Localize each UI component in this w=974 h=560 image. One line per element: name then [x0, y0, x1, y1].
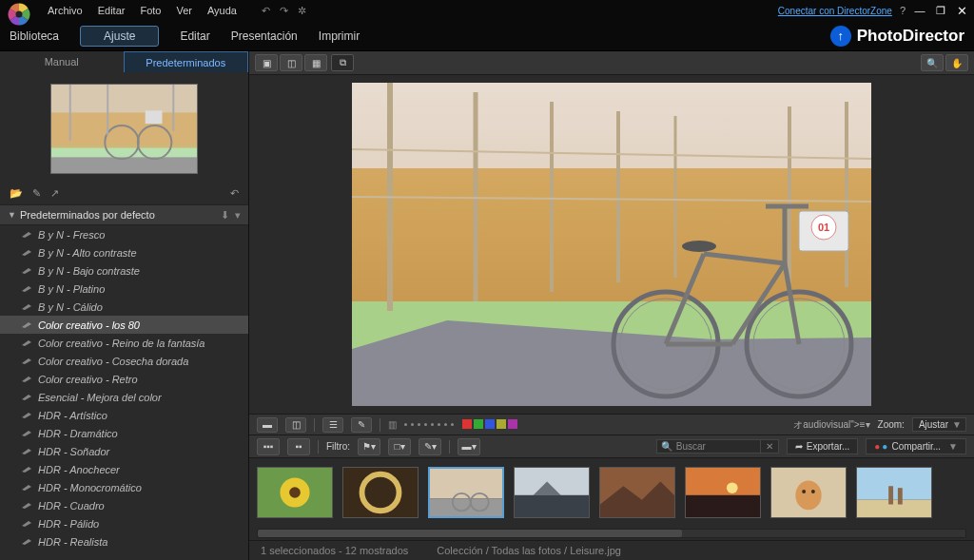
preset-item[interactable]: Color creativo - Retro [0, 370, 248, 388]
help-icon[interactable]: ? [900, 5, 906, 16]
preset-item[interactable]: HDR - Cuadro [0, 496, 248, 514]
filmstrip-thumb[interactable] [514, 467, 590, 518]
svg-rect-62 [857, 499, 931, 516]
filmstrip-thumb[interactable] [856, 467, 932, 518]
preset-item[interactable]: HDR - Soñador [0, 442, 248, 460]
filmstrip-scrollbar[interactable] [249, 527, 974, 540]
module-imprimir[interactable]: Imprimir [319, 29, 360, 43]
search-clear-button[interactable]: ✕ [761, 439, 779, 454]
svg-rect-61 [857, 468, 931, 500]
color-swatch[interactable] [462, 419, 472, 429]
preset-item[interactable]: B y N - Cálido [0, 298, 248, 316]
zoom-select[interactable]: Ajustar ▼ [912, 417, 966, 432]
menu-archivo[interactable]: Archivo [40, 5, 90, 16]
preset-item[interactable]: HDR - Artístico [0, 406, 248, 424]
module-ajuste[interactable]: Ajuste [80, 26, 159, 47]
preset-item[interactable]: Color creativo - Reino de la fantasía [0, 334, 248, 352]
pan-tool-icon[interactable]: ✋ [945, 54, 968, 71]
search-input[interactable]: 🔍 Buscar [656, 439, 761, 454]
share-button[interactable]: ●● Compartir... ▼ [866, 438, 966, 454]
folder-open-icon[interactable]: 📂 [10, 187, 23, 200]
filter-flag-icon[interactable]: ⚑▾ [358, 438, 380, 455]
svg-rect-63 [888, 486, 893, 504]
view-grid-icon[interactable]: ▦ [304, 54, 327, 71]
svg-rect-64 [898, 488, 903, 504]
color-labels[interactable] [461, 419, 518, 431]
preset-item[interactable]: B y N - Platino [0, 280, 248, 298]
filmstrip-thumb[interactable] [599, 467, 675, 518]
export-icon[interactable]: ↗ [50, 187, 59, 200]
zoom-label: Zoom: [878, 419, 905, 430]
minimize-button[interactable]: — [913, 4, 926, 17]
mask-toggle-icon[interactable]: ✎ [351, 417, 372, 433]
histogram-icon[interactable]: ▥ [388, 419, 397, 430]
color-swatch[interactable] [508, 419, 517, 429]
view-compare-icon[interactable]: ◫ [280, 54, 302, 71]
close-button[interactable]: ✕ [955, 4, 968, 17]
connect-directorzone-link[interactable]: Conectar con DirectorZone [778, 6, 892, 16]
filter-stack-icon[interactable]: ▬▾ [458, 438, 480, 455]
sort-icon[interactable]: オaudiovisual">≡▾ [793, 418, 869, 432]
svg-rect-54 [686, 468, 760, 495]
svg-text:01: 01 [818, 222, 829, 233]
selection-status: 1 seleccionados - 12 mostrados [261, 545, 408, 556]
preset-item[interactable]: HDR - Dramático [0, 424, 248, 442]
module-biblioteca[interactable]: Biblioteca [10, 29, 59, 43]
zoom-tool-icon[interactable]: 🔍 [921, 54, 944, 71]
preset-item[interactable]: Color creativo - Cosecha dorada [0, 352, 248, 370]
thumb-size2-icon[interactable]: ▪▪ [287, 438, 310, 455]
preset-item[interactable]: HDR - Pálido [0, 514, 248, 532]
filmstrip-thumb[interactable] [685, 467, 761, 518]
rating-dots[interactable] [404, 423, 454, 426]
menu-foto[interactable]: Foto [132, 5, 168, 16]
menu-ver[interactable]: Ver [168, 5, 200, 16]
sidebar-tab-predeterminados[interactable]: Predeterminados [124, 51, 249, 72]
undo-icon[interactable]: ↶ [262, 5, 270, 17]
layout-single-icon[interactable]: ▬ [257, 417, 278, 433]
preset-group-header[interactable]: ▼ Predeterminados por defecto ⬇ ▾ [0, 204, 248, 225]
export-button[interactable]: ➦ Exportar... [787, 438, 859, 454]
sidebar-tab-manual[interactable]: Manual [0, 51, 124, 72]
filmstrip[interactable] [249, 458, 974, 527]
layout-split-icon[interactable]: ◫ [285, 417, 306, 433]
filmstrip-thumb[interactable] [342, 467, 419, 518]
preset-item[interactable]: HDR - Monocromático [0, 478, 248, 496]
preset-item[interactable]: B y N - Fresco [0, 225, 248, 243]
view-toolbar: ▣ ◫ ▦ ⧉ 🔍 ✋ [249, 51, 974, 75]
brush-icon[interactable]: ✎ [32, 187, 41, 200]
info-toggle-icon[interactable]: ☰ [322, 417, 343, 433]
color-swatch[interactable] [474, 419, 483, 429]
preset-item[interactable]: Esencial - Mejora del color [0, 388, 248, 406]
path-status: Colección / Todas las fotos / Leisure.jp… [437, 545, 621, 556]
preset-item[interactable]: B y N - Alto contraste [0, 243, 248, 261]
preset-item[interactable]: B y N - Bajo contraste [0, 261, 248, 280]
thumb-size-icon[interactable]: ▪▪▪ [257, 438, 280, 455]
module-editar[interactable]: Editar [180, 29, 209, 43]
menu-editar[interactable]: Editar [90, 5, 133, 16]
view-single-icon[interactable]: ▣ [255, 54, 278, 71]
filmstrip-thumb[interactable] [770, 467, 847, 518]
gear-icon[interactable]: ✲ [298, 5, 306, 17]
module-presentacion[interactable]: Presentación [231, 29, 298, 43]
filmstrip-thumb[interactable] [428, 467, 504, 518]
download-preset-icon[interactable]: ⬇ [221, 209, 229, 222]
color-swatch[interactable] [497, 419, 506, 429]
color-swatch[interactable] [485, 419, 495, 429]
maximize-button[interactable]: ❐ [934, 4, 947, 17]
view-multiscreen-icon[interactable]: ⧉ [331, 54, 354, 71]
menu-ayuda[interactable]: Ayuda [200, 5, 244, 16]
filter-edit-icon[interactable]: ✎▾ [419, 438, 441, 455]
undo-preset-icon[interactable]: ↶ [230, 187, 239, 200]
filmstrip-thumb[interactable] [257, 467, 333, 518]
preset-item[interactable]: Color creativo - los 80 [0, 316, 248, 334]
preset-item[interactable]: HDR - Anochecer [0, 460, 248, 478]
preset-preview [0, 72, 248, 182]
preset-item[interactable]: HDR - Realista [0, 532, 248, 550]
redo-icon[interactable]: ↷ [280, 5, 288, 17]
canvas[interactable]: 01 [249, 75, 974, 414]
svg-point-58 [795, 480, 821, 510]
content-area: ▣ ◫ ▦ ⧉ 🔍 ✋ [249, 51, 974, 560]
export-label: Exportar... [807, 441, 850, 452]
preset-menu-icon[interactable]: ▾ [235, 209, 241, 222]
filter-label-icon[interactable]: □▾ [388, 438, 411, 455]
